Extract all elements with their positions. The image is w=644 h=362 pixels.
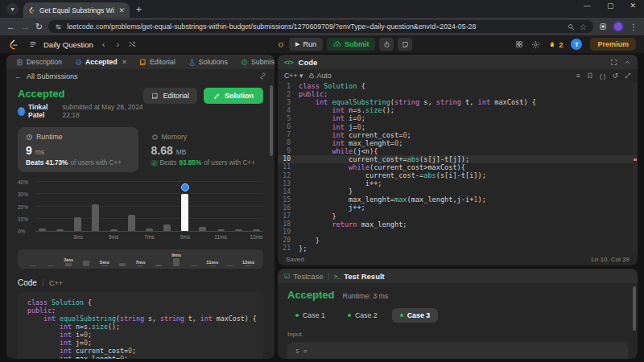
editor-line[interactable]: 3 int equalSubstring(string s, string t,… — [278, 98, 638, 106]
runtime-bar[interactable] — [163, 224, 171, 231]
browser-menu-icon[interactable]: ⋮ — [630, 23, 638, 31]
tab-description[interactable]: Description — [11, 55, 67, 69]
bookmark-icon[interactable] — [587, 72, 593, 79]
tab-test-result[interactable]: >_ Test Result — [334, 272, 385, 281]
code-editor[interactable]: 1class Solution {2public:3 int equalSubs… — [278, 82, 638, 253]
editor-line[interactable]: 19 — [278, 228, 638, 237]
runtime-bar[interactable] — [128, 215, 135, 231]
result-panel-scrollbar[interactable] — [633, 286, 636, 331]
editor-line[interactable]: 8 int max_lenght=0; — [278, 139, 638, 147]
editor-line[interactable]: 5 int i=0; — [278, 114, 638, 122]
tab-close-icon[interactable]: ✕ — [118, 6, 125, 14]
runtime-bar[interactable] — [39, 228, 46, 231]
editor-line[interactable]: 6 int j=0; — [278, 122, 638, 130]
browser-profile-avatar[interactable] — [613, 21, 624, 32]
brackets-icon[interactable]: { } — [600, 72, 606, 80]
editor-line[interactable]: 15 max_lenght=max(max_lenght,j-i+1); — [278, 195, 638, 204]
left-panel-scrollbar[interactable] — [270, 85, 273, 156]
tab-accepted[interactable]: Accepted× — [70, 55, 131, 69]
runtime-bar[interactable] — [56, 229, 64, 231]
editor-line[interactable]: 7 int current_cost=0; — [278, 131, 638, 139]
premium-button[interactable]: Premium — [590, 38, 636, 51]
random-problem-icon[interactable] — [128, 40, 136, 48]
bookmark-star-icon[interactable]: ☆ — [580, 23, 587, 31]
editor-line[interactable]: 17 } — [278, 212, 638, 220]
editor-overview-ruler[interactable] — [633, 82, 638, 253]
editor-line[interactable]: 12 current_cost-=abs(s[i]-t[i]); — [278, 171, 638, 179]
runtime-bar[interactable] — [217, 229, 225, 231]
daily-question-link[interactable]: Daily Question — [43, 40, 93, 49]
selected-runtime-bar[interactable] — [181, 194, 188, 232]
browser-tab[interactable]: Get Equal Substrings Within Bu... ✕ — [23, 2, 130, 18]
debugger-icon[interactable] — [277, 40, 285, 48]
reload-icon[interactable]: ↻ — [35, 22, 43, 32]
window-maximize-icon[interactable]: ▢ — [607, 2, 614, 10]
expand-panel-icon[interactable] — [610, 59, 617, 66]
collapse-panel-icon[interactable] — [624, 59, 631, 66]
all-submissions-link[interactable]: All Submissions — [27, 72, 78, 80]
editor-line[interactable]: 4 int n=s.size(); — [278, 106, 638, 114]
user-avatar[interactable]: T — [571, 39, 582, 50]
zoom-search-icon[interactable] — [568, 23, 575, 31]
input-box[interactable]: s = "abcd" — [287, 342, 628, 359]
leetcode-logo-icon[interactable] — [8, 39, 19, 50]
case-chip[interactable]: Case 3 — [392, 308, 438, 323]
runtime-bar[interactable] — [199, 227, 206, 231]
editor-line[interactable]: 11 while(current_cost>maxCost){ — [278, 163, 638, 171]
submit-button[interactable]: Submit — [327, 38, 376, 51]
tab-editorial[interactable]: Editorial — [134, 55, 180, 69]
auto-save-toggle[interactable]: Auto — [308, 72, 332, 80]
new-tab-button[interactable]: + — [136, 4, 142, 15]
runtime-card[interactable]: Runtime 9 ms Beats 41.73% of users with … — [18, 127, 138, 172]
runtime-bar[interactable] — [92, 204, 99, 231]
case-chip[interactable]: Case 2 — [340, 308, 386, 323]
chart-range-brush[interactable]: 3ms5ms7ms9ms11ms13ms — [18, 249, 263, 269]
problem-list-icon[interactable] — [29, 40, 37, 48]
editor-line[interactable]: 16 j++; — [278, 204, 638, 212]
site-settings-icon[interactable] — [55, 23, 62, 31]
case-chip[interactable]: Case 1 — [287, 308, 333, 323]
notes-icon[interactable] — [398, 38, 412, 51]
runtime-bar[interactable] — [235, 229, 242, 231]
fullscreen-icon[interactable] — [625, 72, 631, 79]
reset-code-icon[interactable]: ↺ — [612, 72, 618, 80]
runtime-bar[interactable] — [253, 229, 260, 231]
runtime-bar[interactable] — [74, 217, 81, 231]
url-bar[interactable]: leetcode.com/problems/get-equal-substrin… — [48, 20, 593, 33]
window-close-icon[interactable]: ✕ — [630, 2, 636, 10]
format-code-icon[interactable]: ≡ — [576, 72, 580, 80]
tab-close-icon[interactable]: × — [122, 58, 126, 66]
layout-grid-icon[interactable] — [515, 40, 523, 48]
tab-submissions[interactable]: Submissions — [236, 55, 275, 69]
window-minimize-icon[interactable]: — — [584, 2, 591, 10]
editor-line[interactable]: 20 } — [278, 237, 638, 245]
language-selector[interactable]: C++ ▾ — [284, 72, 303, 80]
streak-flame-icon[interactable] — [548, 40, 556, 49]
back-icon[interactable]: ← — [6, 22, 15, 31]
memory-card[interactable]: Memory 8.68 MB ✓Beats 93.85% of users wi… — [143, 127, 264, 172]
solution-button[interactable]: Solution — [204, 88, 263, 104]
run-button[interactable]: ▶ Run — [289, 38, 323, 51]
prev-problem-icon[interactable]: ‹ — [100, 39, 108, 49]
share-link-icon[interactable] — [259, 72, 266, 80]
submitted-code-preview[interactable]: class Solution {public: int equalSubstri… — [18, 292, 263, 359]
editor-line[interactable]: 13 i++; — [278, 179, 638, 187]
extensions-icon[interactable] — [599, 23, 607, 31]
editorial-button[interactable]: Editorial — [143, 88, 197, 104]
tab-testcase[interactable]: ☑ Testcase — [284, 272, 324, 281]
settings-gear-icon[interactable] — [531, 40, 540, 49]
author-name[interactable]: Tinkal Patel — [28, 103, 59, 119]
editor-line[interactable]: 2public: — [278, 90, 638, 98]
editor-line[interactable]: 10 current_cost+=abs(s[j]-t[j]); — [278, 155, 638, 163]
editor-line[interactable]: 14 } — [278, 187, 638, 195]
runtime-bar[interactable] — [110, 229, 118, 231]
next-problem-icon[interactable]: › — [114, 39, 122, 49]
tab-search-icon[interactable]: ▾ — [6, 3, 19, 15]
editor-line[interactable]: 21}; — [278, 245, 638, 253]
runtime-bar[interactable] — [146, 228, 153, 231]
author-avatar[interactable]: T — [18, 107, 25, 116]
timer-icon[interactable] — [379, 38, 394, 51]
back-arrow-icon[interactable]: ← — [14, 72, 22, 80]
editor-line[interactable]: 1class Solution { — [278, 82, 638, 90]
tab-solutions[interactable]: Solutions — [184, 55, 233, 69]
